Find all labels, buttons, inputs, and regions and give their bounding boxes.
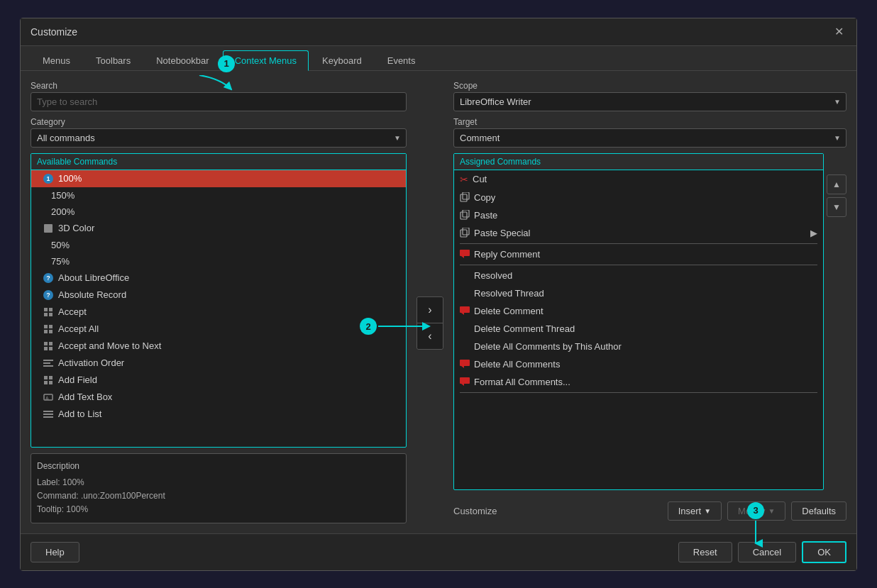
tab-context-menus[interactable]: Context Menus (223, 50, 309, 71)
item-label: Format All Comments... (474, 377, 570, 387)
scroll-buttons: ▲ ▼ (827, 153, 846, 490)
cancel-button[interactable]: Cancel (738, 542, 796, 562)
reset-button[interactable]: Reset (678, 542, 732, 562)
add-command-button[interactable]: › (417, 297, 443, 323)
item-label: Copy (474, 192, 495, 203)
category-select[interactable]: All commands (31, 128, 407, 148)
svg-rect-29 (463, 228, 469, 235)
assigned-item[interactable]: Copy (454, 189, 823, 206)
svg-rect-33 (460, 306, 470, 313)
insert-button[interactable]: Insert ▼ (668, 501, 722, 521)
item-label: Reply Comment (474, 249, 540, 260)
item-label: Paste (474, 210, 497, 221)
transfer-buttons: 2 › ‹ (417, 296, 443, 350)
list-item[interactable]: 75% (31, 253, 406, 270)
svg-rect-7 (49, 330, 53, 333)
description-area: Description Label: 100% Command: .uno:Zo… (31, 453, 407, 523)
defaults-label: Defaults (802, 506, 836, 516)
list-item[interactable]: Accept and Move to Next (31, 338, 406, 355)
list-item[interactable]: Add to List (31, 406, 406, 423)
svg-rect-3 (49, 313, 53, 316)
search-section: Search (31, 81, 407, 111)
svg-rect-11 (49, 347, 53, 350)
list-item[interactable]: 150% (31, 187, 406, 204)
svg-rect-26 (460, 194, 467, 201)
svg-rect-9 (49, 342, 53, 345)
svg-rect-37 (460, 377, 470, 384)
assigned-item[interactable]: Delete All Comments by This Author (454, 338, 823, 355)
assigned-item[interactable]: ✂ Cut (454, 170, 823, 189)
assigned-item[interactable]: Format All Comments... (454, 373, 823, 391)
svg-rect-18 (49, 381, 53, 384)
item-icon-accept-all (43, 323, 54, 335)
list-item[interactable]: Activation Order (31, 355, 406, 372)
svg-rect-30 (460, 230, 467, 237)
tab-notebookbar[interactable]: Notebookbar (144, 50, 221, 70)
list-item[interactable]: Add Field (31, 372, 406, 389)
svg-rect-4 (44, 325, 48, 328)
scroll-up-button[interactable]: ▲ (827, 174, 846, 194)
scroll-down-button[interactable]: ▼ (827, 197, 846, 217)
item-icon-addlist (43, 409, 54, 420)
tab-toolbars[interactable]: Toolbars (84, 50, 143, 70)
target-select[interactable]: Comment (453, 128, 846, 148)
svg-rect-31 (460, 250, 470, 256)
scope-label: Scope (453, 81, 846, 91)
assigned-item[interactable]: Reply Comment (454, 245, 823, 263)
list-item[interactable]: Accept (31, 304, 406, 321)
assigned-item[interactable]: Delete All Comments (454, 355, 823, 373)
list-item[interactable]: 200% (31, 204, 406, 220)
list-item[interactable]: ? Absolute Record (31, 287, 406, 304)
item-icon-3d (43, 223, 54, 234)
defaults-button[interactable]: Defaults (791, 501, 846, 521)
tab-keyboard[interactable]: Keyboard (310, 50, 374, 70)
ok-button[interactable]: OK (802, 541, 846, 563)
circle-icon: ? (43, 273, 53, 283)
footer-left: Help (31, 542, 79, 562)
assigned-item[interactable]: Delete Comment (454, 302, 823, 320)
search-input[interactable] (31, 92, 407, 111)
assigned-item[interactable]: Resolved Thread (454, 284, 823, 302)
tab-menus[interactable]: Menus (31, 50, 82, 70)
close-button[interactable]: ✕ (831, 24, 846, 40)
dialog-footer: Help Reset Cancel OK (21, 533, 856, 570)
category-section: Category All commands ▼ (31, 117, 407, 148)
list-item[interactable]: 1 100% (31, 170, 406, 187)
list-item[interactable]: 3D Color (31, 220, 406, 237)
svg-rect-14 (43, 365, 53, 367)
assigned-item[interactable]: Paste Special ▶ (454, 224, 823, 242)
item-label: Accept (58, 306, 87, 317)
category-select-wrapper: All commands ▼ (31, 128, 407, 148)
item-label: Add Field (58, 375, 97, 385)
dialog-title: Customize (31, 26, 77, 38)
svg-marker-34 (461, 313, 464, 315)
assigned-item[interactable]: Paste (454, 206, 823, 224)
separator (460, 243, 817, 244)
item-label: Paste Special (474, 228, 531, 238)
transfer-btn-container: › ‹ (417, 296, 443, 350)
list-item[interactable]: A Add Text Box (31, 389, 406, 406)
tab-events[interactable]: Events (375, 50, 428, 70)
item-label: 200% (51, 206, 75, 217)
scope-select-wrapper: LibreOffice Writer ▼ (453, 92, 846, 111)
list-item[interactable]: 50% (31, 237, 406, 253)
help-button[interactable]: Help (31, 542, 79, 562)
circle-icon: ? (43, 290, 53, 300)
item-label: 3D Color (58, 223, 94, 233)
assigned-item[interactable]: Resolved (454, 267, 823, 284)
modify-button[interactable]: Modify ▼ (727, 501, 785, 521)
list-item[interactable]: ? About LibreOffice (31, 270, 406, 287)
remove-command-button[interactable]: ‹ (417, 323, 443, 349)
assigned-item[interactable]: Delete Comment Thread (454, 320, 823, 338)
list-item[interactable]: Accept All (31, 321, 406, 338)
scope-select[interactable]: LibreOffice Writer (453, 92, 846, 111)
available-commands-scroll[interactable]: 1 100% 150% 200% 3D Color (31, 170, 406, 447)
assigned-scroll[interactable]: ✂ Cut Copy Paste (454, 170, 823, 489)
item-label: Add Text Box (58, 392, 112, 402)
scope-area: Scope LibreOffice Writer ▼ Target Commen… (453, 81, 846, 148)
svg-rect-15 (44, 376, 48, 379)
square-icon (44, 224, 53, 233)
item-icon-addtextbox: A (43, 392, 54, 403)
svg-rect-23 (43, 416, 53, 418)
item-label: 100% (58, 173, 82, 184)
